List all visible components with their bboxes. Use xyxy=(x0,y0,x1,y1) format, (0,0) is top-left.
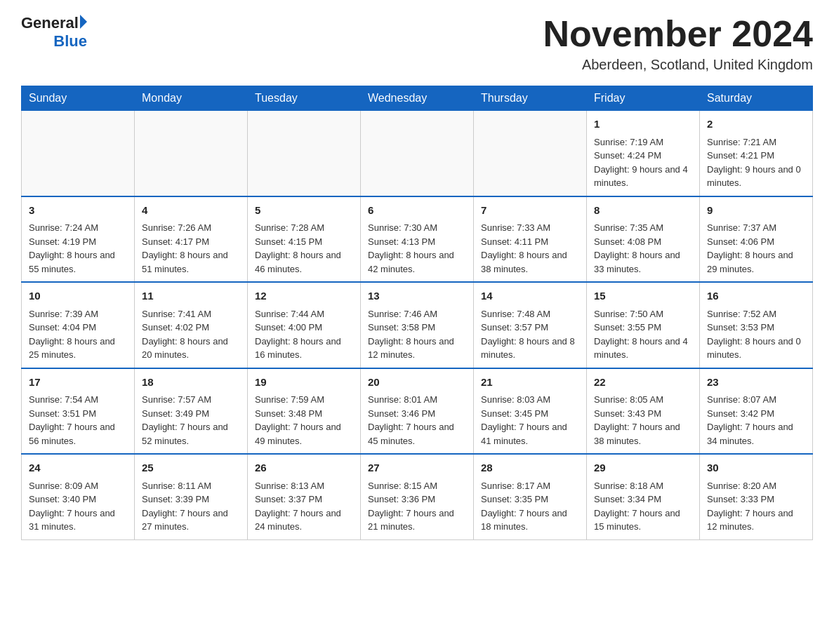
calendar-cell: 5Sunrise: 7:28 AMSunset: 4:15 PMDaylight… xyxy=(248,196,361,283)
calendar-cell xyxy=(248,111,361,196)
day-info-line: Sunrise: 7:59 AM xyxy=(255,393,353,407)
calendar-cell: 15Sunrise: 7:50 AMSunset: 3:55 PMDayligh… xyxy=(587,282,700,368)
calendar-cell: 25Sunrise: 8:11 AMSunset: 3:39 PMDayligh… xyxy=(135,454,248,539)
header: General Blue November 2024 Aberdeen, Sco… xyxy=(21,14,813,73)
day-info-line: Daylight: 8 hours and 8 minutes. xyxy=(481,335,579,362)
location-subtitle: Aberdeen, Scotland, United Kingdom xyxy=(543,57,813,73)
day-info-line: Sunset: 3:39 PM xyxy=(142,492,240,507)
day-info-line: Daylight: 7 hours and 15 minutes. xyxy=(594,507,692,534)
calendar-cell: 29Sunrise: 8:18 AMSunset: 3:34 PMDayligh… xyxy=(587,454,700,539)
day-info-line: Sunset: 3:58 PM xyxy=(368,321,466,335)
logo-arrow-icon xyxy=(80,15,87,29)
calendar-cell: 16Sunrise: 7:52 AMSunset: 3:53 PMDayligh… xyxy=(700,282,813,368)
day-info-line: Sunrise: 8:05 AM xyxy=(594,393,692,407)
day-info-line: Sunset: 4:06 PM xyxy=(707,235,805,249)
day-number: 26 xyxy=(255,460,353,476)
day-number: 16 xyxy=(707,288,805,304)
day-number: 13 xyxy=(368,288,466,304)
calendar-cell: 28Sunrise: 8:17 AMSunset: 3:35 PMDayligh… xyxy=(474,454,587,539)
day-info-line: Sunrise: 8:15 AM xyxy=(368,479,466,493)
day-info-line: Daylight: 7 hours and 41 minutes. xyxy=(481,420,579,448)
day-info-line: Daylight: 7 hours and 49 minutes. xyxy=(255,420,353,448)
day-info-line: Sunset: 3:48 PM xyxy=(255,407,353,421)
calendar-cell: 23Sunrise: 8:07 AMSunset: 3:42 PMDayligh… xyxy=(700,368,813,455)
day-info-line: Daylight: 8 hours and 55 minutes. xyxy=(29,248,127,276)
day-info-line: Sunrise: 7:44 AM xyxy=(255,307,353,321)
calendar-week-row-2: 3Sunrise: 7:24 AMSunset: 4:19 PMDaylight… xyxy=(22,196,813,283)
day-info-line: Sunset: 4:24 PM xyxy=(594,149,692,163)
day-info-line: Sunrise: 7:28 AM xyxy=(255,221,353,235)
calendar-cell: 8Sunrise: 7:35 AMSunset: 4:08 PMDaylight… xyxy=(587,196,700,283)
weekday-header-monday: Monday xyxy=(135,86,248,111)
day-info-line: Sunset: 3:33 PM xyxy=(707,492,805,507)
day-info-line: Sunset: 4:17 PM xyxy=(142,235,240,249)
day-number: 22 xyxy=(594,375,692,391)
calendar-cell: 19Sunrise: 7:59 AMSunset: 3:48 PMDayligh… xyxy=(248,368,361,455)
day-info-line: Sunrise: 8:07 AM xyxy=(707,393,805,407)
day-number: 7 xyxy=(481,203,579,219)
day-info-line: Sunset: 3:36 PM xyxy=(368,492,466,507)
calendar-cell: 6Sunrise: 7:30 AMSunset: 4:13 PMDaylight… xyxy=(361,196,474,283)
day-info-line: Sunset: 4:15 PM xyxy=(255,235,353,249)
calendar-cell: 13Sunrise: 7:46 AMSunset: 3:58 PMDayligh… xyxy=(361,282,474,368)
day-info-line: Daylight: 8 hours and 16 minutes. xyxy=(255,335,353,362)
day-info-line: Sunrise: 7:24 AM xyxy=(29,221,127,235)
day-number: 10 xyxy=(29,288,127,304)
day-info-line: Sunrise: 7:26 AM xyxy=(142,221,240,235)
day-info-line: Sunrise: 8:11 AM xyxy=(142,479,240,493)
calendar-cell: 3Sunrise: 7:24 AMSunset: 4:19 PMDaylight… xyxy=(22,196,135,283)
day-info-line: Daylight: 8 hours and 42 minutes. xyxy=(368,248,466,276)
calendar-cell: 30Sunrise: 8:20 AMSunset: 3:33 PMDayligh… xyxy=(700,454,813,539)
weekday-header-row: SundayMondayTuesdayWednesdayThursdayFrid… xyxy=(22,86,813,111)
weekday-header-wednesday: Wednesday xyxy=(361,86,474,111)
calendar-week-row-5: 24Sunrise: 8:09 AMSunset: 3:40 PMDayligh… xyxy=(22,454,813,539)
calendar-cell: 4Sunrise: 7:26 AMSunset: 4:17 PMDaylight… xyxy=(135,196,248,283)
day-number: 15 xyxy=(594,288,692,304)
calendar-cell xyxy=(135,111,248,196)
logo-general-text: General xyxy=(21,14,79,32)
day-info-line: Daylight: 7 hours and 34 minutes. xyxy=(707,420,805,448)
day-info-line: Sunrise: 7:30 AM xyxy=(368,221,466,235)
calendar-cell: 10Sunrise: 7:39 AMSunset: 4:04 PMDayligh… xyxy=(22,282,135,368)
day-number: 23 xyxy=(707,375,805,391)
day-info-line: Daylight: 7 hours and 45 minutes. xyxy=(368,420,466,448)
day-info-line: Daylight: 7 hours and 27 minutes. xyxy=(142,507,240,534)
calendar-cell: 11Sunrise: 7:41 AMSunset: 4:02 PMDayligh… xyxy=(135,282,248,368)
weekday-header-saturday: Saturday xyxy=(700,86,813,111)
calendar-week-row-3: 10Sunrise: 7:39 AMSunset: 4:04 PMDayligh… xyxy=(22,282,813,368)
day-info-line: Sunset: 3:37 PM xyxy=(255,492,353,507)
calendar-cell: 2Sunrise: 7:21 AMSunset: 4:21 PMDaylight… xyxy=(700,111,813,196)
day-info-line: Sunrise: 7:19 AM xyxy=(594,135,692,149)
calendar-cell: 22Sunrise: 8:05 AMSunset: 3:43 PMDayligh… xyxy=(587,368,700,455)
title-area: November 2024 Aberdeen, Scotland, United… xyxy=(543,14,813,73)
day-info-line: Sunrise: 7:21 AM xyxy=(707,135,805,149)
day-info-line: Sunrise: 7:37 AM xyxy=(707,221,805,235)
day-info-line: Sunset: 3:46 PM xyxy=(368,407,466,421)
day-info-line: Sunset: 4:13 PM xyxy=(368,235,466,249)
calendar-table: SundayMondayTuesdayWednesdayThursdayFrid… xyxy=(21,86,813,540)
day-info-line: Sunrise: 7:41 AM xyxy=(142,307,240,321)
calendar-cell xyxy=(361,111,474,196)
day-number: 29 xyxy=(594,460,692,476)
day-info-line: Sunset: 3:55 PM xyxy=(594,321,692,335)
day-info-line: Sunset: 3:40 PM xyxy=(29,492,127,507)
day-info-line: Sunrise: 8:01 AM xyxy=(368,393,466,407)
day-info-line: Sunset: 4:02 PM xyxy=(142,321,240,335)
day-info-line: Daylight: 7 hours and 38 minutes. xyxy=(594,420,692,448)
day-info-line: Daylight: 7 hours and 12 minutes. xyxy=(707,507,805,534)
day-info-line: Daylight: 8 hours and 46 minutes. xyxy=(255,248,353,276)
day-number: 21 xyxy=(481,375,579,391)
day-info-line: Daylight: 8 hours and 4 minutes. xyxy=(594,335,692,362)
day-info-line: Sunset: 4:04 PM xyxy=(29,321,127,335)
calendar-cell: 17Sunrise: 7:54 AMSunset: 3:51 PMDayligh… xyxy=(22,368,135,455)
day-info-line: Daylight: 8 hours and 29 minutes. xyxy=(707,248,805,276)
day-number: 11 xyxy=(142,288,240,304)
day-info-line: Sunset: 3:45 PM xyxy=(481,407,579,421)
day-number: 2 xyxy=(707,116,805,133)
day-info-line: Daylight: 7 hours and 18 minutes. xyxy=(481,507,579,534)
day-info-line: Daylight: 8 hours and 51 minutes. xyxy=(142,248,240,276)
day-number: 27 xyxy=(368,460,466,476)
logo-blue-text: Blue xyxy=(53,32,87,51)
main-title: November 2024 xyxy=(543,14,813,54)
day-info-line: Sunset: 4:19 PM xyxy=(29,235,127,249)
